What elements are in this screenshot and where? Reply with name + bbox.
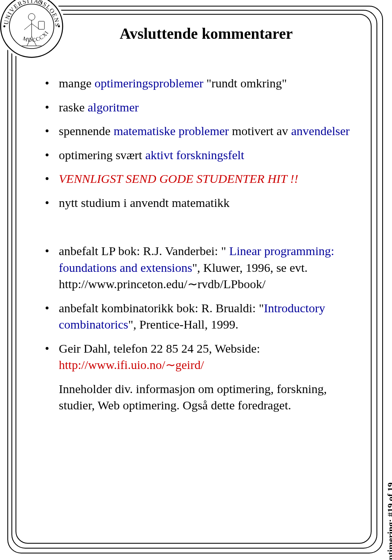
text: Geir Dahl, telefon 22 85 24 25, Webside: bbox=[59, 342, 260, 355]
list-item: VENNLIGST SEND GODE STUDENTER HIT !! bbox=[45, 171, 351, 187]
list-item: anbefalt kombinatorikk bok: R. Brualdi: … bbox=[45, 300, 351, 333]
list-item-continuation: Inneholder div. informasjon om optimerin… bbox=[45, 381, 351, 414]
list-item: anbefalt LP bok: R.J. Vanderbei: " Linea… bbox=[45, 243, 351, 293]
slide-page: UNIVERSITAS OSLOENSIS MDCCCXI Avs bbox=[0, 0, 392, 560]
text: anbefalt LP bok: R.J. Vanderbei: " bbox=[59, 244, 229, 258]
svg-point-8 bbox=[58, 25, 60, 27]
spacer bbox=[33, 218, 355, 243]
slide-title: Avsluttende kommentarer bbox=[33, 24, 355, 42]
page-footer-side: Moderne optimering: #19 of 19 bbox=[385, 482, 392, 560]
list-item: Geir Dahl, telefon 22 85 24 25, Webside:… bbox=[45, 340, 351, 373]
svg-point-7 bbox=[3, 25, 5, 27]
text: mange bbox=[59, 76, 94, 90]
university-seal-icon: UNIVERSITAS OSLOENSIS MDCCCXI bbox=[0, 0, 65, 60]
text: spennende bbox=[59, 124, 114, 138]
text: ", Prentice-Hall, 1999. bbox=[128, 318, 238, 331]
slide-content: Avsluttende kommentarer mange optimering… bbox=[33, 24, 355, 527]
bullet-list-bottom: anbefalt LP bok: R.J. Vanderbei: " Linea… bbox=[45, 243, 351, 414]
text: raske bbox=[59, 100, 88, 114]
list-item: optimering svært aktivt forskningsfelt bbox=[45, 147, 351, 164]
list-item: nytt studium i anvendt matematikk bbox=[45, 195, 351, 211]
text: anbefalt kombinatorikk bok: R. Brualdi: … bbox=[59, 301, 264, 315]
emphasis: matematiske problemer bbox=[114, 124, 229, 138]
list-item: spennende matematiske problemer motivert… bbox=[45, 123, 351, 140]
link-text: http://www.ifi.uio.no/∼geird/ bbox=[59, 358, 204, 371]
emphasis-red: VENNLIGST SEND GODE STUDENTER HIT !! bbox=[59, 172, 298, 185]
text: motivert av bbox=[229, 124, 291, 138]
emphasis: optimeringsproblemer bbox=[94, 76, 203, 90]
list-item: raske algoritmer bbox=[45, 99, 351, 116]
emphasis: aktivt forskningsfelt bbox=[145, 148, 244, 162]
text: "rundt omkring" bbox=[203, 76, 287, 90]
text: optimering svært bbox=[59, 148, 145, 162]
text: Inneholder div. informasjon om optimerin… bbox=[59, 382, 327, 412]
emphasis: anvendelser bbox=[291, 124, 350, 138]
bullet-list-top: mange optimeringsproblemer "rundt omkrin… bbox=[45, 75, 351, 211]
list-item: mange optimeringsproblemer "rundt omkrin… bbox=[45, 75, 351, 92]
text: nytt studium i anvendt matematikk bbox=[59, 196, 229, 209]
emphasis: algoritmer bbox=[88, 100, 139, 114]
